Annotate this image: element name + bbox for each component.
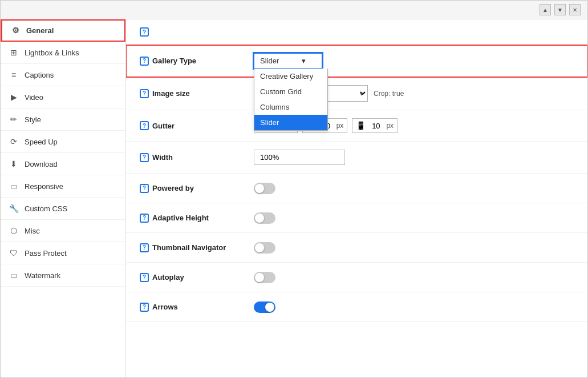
toggle-adaptive-height[interactable] bbox=[254, 212, 275, 224]
dropdown-option-creative-gallery[interactable]: Creative Gallery bbox=[254, 69, 327, 84]
app-window: ▲ ▼ ✕ ⚙ General ⊞ Lightbox & Links ≡ Cap… bbox=[0, 0, 588, 378]
sidebar-label-general: General bbox=[26, 26, 54, 35]
sidebar-item-captions[interactable]: ≡ Captions bbox=[1, 64, 125, 86]
toggle-thumb-thumbnail-navigator bbox=[255, 243, 264, 252]
sidebar-item-responsive[interactable]: ▭ Responsive bbox=[1, 175, 125, 198]
sidebar-label-style: Style bbox=[25, 115, 41, 124]
customcss-icon: 🔧 bbox=[9, 203, 19, 214]
gallery-type-trigger[interactable]: Slider ▾ bbox=[254, 53, 322, 69]
misc-icon: ⬡ bbox=[9, 226, 19, 236]
download-icon: ⬇ bbox=[9, 159, 19, 169]
setting-label-width: ? Width bbox=[140, 153, 254, 162]
sidebar-label-customcss: Custom CSS bbox=[25, 204, 67, 213]
close-button[interactable]: ✕ bbox=[569, 4, 581, 15]
setting-label-gallery-type: ? Gallery Type bbox=[140, 57, 254, 66]
setting-label-thumbnail-navigator: ? Thumbnail Navigator bbox=[140, 243, 254, 252]
sidebar-label-lightbox: Lightbox & Links bbox=[25, 49, 79, 57]
setting-label-text-arrows: Arrows bbox=[152, 303, 178, 311]
setting-label-gutter: ? Gutter bbox=[140, 121, 254, 130]
dropdown-option-slider[interactable]: Slider bbox=[254, 115, 327, 130]
setting-row-width: ? Width bbox=[126, 142, 587, 174]
sidebar: ⚙ General ⊞ Lightbox & Links ≡ Captions … bbox=[1, 19, 126, 377]
style-icon: ✏ bbox=[9, 114, 19, 124]
setting-row-arrows: ? Arrows bbox=[126, 292, 587, 322]
sidebar-label-video: Video bbox=[25, 93, 43, 102]
setting-label-text-thumbnail-navigator: Thumbnail Navigator bbox=[152, 243, 226, 252]
passprotect-icon: 🛡 bbox=[9, 248, 19, 258]
sidebar-item-general[interactable]: ⚙ General bbox=[1, 19, 125, 42]
setting-label-text-gutter: Gutter bbox=[152, 122, 175, 130]
sidebar-label-speedup: Speed Up bbox=[25, 138, 58, 146]
setting-control-adaptive-height bbox=[254, 212, 574, 224]
gallery-type-dropdown[interactable]: Slider ▾ Creative Gallery Custom Grid Co… bbox=[254, 53, 322, 69]
help-icon-image-size: ? bbox=[140, 89, 149, 98]
sidebar-item-style[interactable]: ✏ Style bbox=[1, 108, 125, 131]
toggle-track-powered-by bbox=[254, 183, 275, 194]
gutter-input-2[interactable] bbox=[368, 122, 384, 130]
help-icon-thumbnail-navigator: ? bbox=[140, 243, 149, 252]
toggle-thumb-adaptive-height bbox=[255, 214, 264, 223]
setting-control-gallery-type: Slider ▾ Creative Gallery Custom Grid Co… bbox=[254, 53, 574, 69]
toggle-track-adaptive-height bbox=[254, 212, 275, 224]
sidebar-item-misc[interactable]: ⬡ Misc bbox=[1, 220, 125, 242]
setting-row-autoplay: ? Autoplay bbox=[126, 263, 587, 292]
setting-control-powered-by bbox=[254, 183, 574, 194]
setting-label-text-powered-by: Powered by bbox=[152, 184, 194, 192]
gallery-type-list: Creative Gallery Custom Grid Columns Sli… bbox=[254, 69, 328, 131]
toggle-thumbnail-navigator[interactable] bbox=[254, 242, 275, 254]
sidebar-item-lightbox[interactable]: ⊞ Lightbox & Links bbox=[1, 42, 125, 64]
toggle-track-arrows bbox=[254, 301, 275, 313]
toggle-powered-by[interactable] bbox=[254, 183, 275, 194]
gallery-type-value: Slider bbox=[260, 57, 279, 65]
minimize-button[interactable]: ▲ bbox=[540, 4, 551, 15]
setting-control-arrows bbox=[254, 301, 574, 313]
toggle-thumb-autoplay bbox=[255, 273, 264, 282]
crop-badge: Crop: true bbox=[374, 90, 404, 98]
setting-label-image-size: ? Image size bbox=[140, 89, 254, 98]
sidebar-item-customcss[interactable]: 🔧 Custom CSS bbox=[1, 198, 125, 220]
sidebar-item-download[interactable]: ⬇ Download bbox=[1, 153, 125, 175]
captions-icon: ≡ bbox=[9, 70, 19, 80]
sidebar-label-captions: Captions bbox=[25, 71, 54, 79]
width-input[interactable] bbox=[254, 150, 345, 165]
help-icon-gutter: ? bbox=[140, 121, 149, 130]
setting-label-text-image-size: Image size bbox=[152, 89, 190, 98]
main-title: ? bbox=[140, 27, 153, 37]
setting-label-text-autoplay: Autoplay bbox=[152, 273, 184, 282]
toggle-track-thumbnail-navigator bbox=[254, 242, 275, 254]
toggle-track-autoplay bbox=[254, 272, 275, 283]
gutter-unit-1: px bbox=[336, 122, 344, 130]
sidebar-item-passprotect[interactable]: 🛡 Pass Protect bbox=[1, 242, 125, 264]
setting-control-thumbnail-navigator bbox=[254, 242, 574, 254]
settings-body: ? Gallery Type Slider ▾ Creative Gallery… bbox=[126, 45, 587, 322]
main-header: ? bbox=[126, 19, 587, 45]
toggle-arrows[interactable] bbox=[254, 301, 275, 313]
setting-row-gutter: ? Gutter 🖥 px ⬜ px bbox=[126, 110, 587, 142]
content-area: ⚙ General ⊞ Lightbox & Links ≡ Captions … bbox=[1, 19, 587, 377]
dropdown-option-columns[interactable]: Columns bbox=[254, 99, 327, 115]
sidebar-label-misc: Misc bbox=[25, 227, 40, 235]
setting-label-text-width: Width bbox=[152, 153, 173, 162]
sidebar-item-speedup[interactable]: ⟳ Speed Up bbox=[1, 131, 125, 153]
restore-button[interactable]: ▼ bbox=[554, 4, 566, 15]
dropdown-chevron-icon: ▾ bbox=[302, 57, 306, 65]
toggle-thumb-powered-by bbox=[255, 184, 264, 193]
dropdown-option-custom-grid[interactable]: Custom Grid bbox=[254, 84, 327, 99]
sidebar-item-video[interactable]: ▶ Video bbox=[1, 86, 125, 108]
watermark-icon: ▭ bbox=[9, 270, 19, 280]
setting-label-text-gallery-type: Gallery Type bbox=[152, 57, 196, 65]
setting-control-width bbox=[254, 150, 574, 165]
setting-label-text-adaptive-height: Adaptive Height bbox=[152, 214, 209, 222]
title-bar: ▲ ▼ ✕ bbox=[1, 1, 587, 19]
sidebar-item-watermark[interactable]: ▭ Watermark bbox=[1, 264, 125, 287]
general-icon: ⚙ bbox=[10, 25, 21, 35]
toggle-autoplay[interactable] bbox=[254, 272, 275, 283]
setting-row-powered-by: ? Powered by bbox=[126, 174, 587, 203]
setting-label-adaptive-height: ? Adaptive Height bbox=[140, 214, 254, 223]
setting-row-image-size: ? Image size Large Medium Full ▾ Crop: t… bbox=[126, 77, 587, 110]
setting-row-adaptive-height: ? Adaptive Height bbox=[126, 203, 587, 233]
sidebar-label-responsive: Responsive bbox=[25, 182, 63, 191]
setting-row-thumbnail-navigator: ? Thumbnail Navigator bbox=[126, 233, 587, 263]
help-icon-width: ? bbox=[140, 153, 149, 162]
sidebar-label-download: Download bbox=[25, 160, 58, 168]
